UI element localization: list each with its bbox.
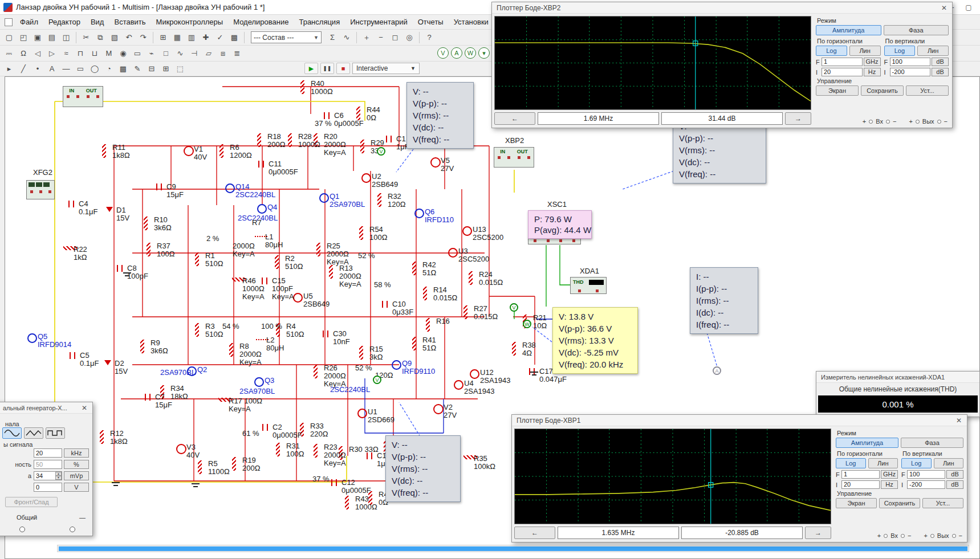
place-transistor-button[interactable]: ▷	[45, 47, 59, 60]
place-analog-button[interactable]: ≈	[59, 47, 73, 60]
horizontal-i-unit[interactable]: Hz	[881, 480, 898, 489]
function-generator-xfg2-icon[interactable]	[26, 180, 55, 199]
component-label[interactable]: R4 510Ω	[286, 323, 304, 338]
comment-button[interactable]: ✎	[131, 63, 144, 75]
horizontal-i-input[interactable]: 20	[841, 480, 880, 489]
place-ttl-button[interactable]: ⊓	[74, 47, 87, 60]
component-label[interactable]: XSC1	[547, 201, 567, 209]
erc-check-button[interactable]: ✓	[213, 31, 227, 44]
menu-Установки[interactable]: Установки	[449, 15, 494, 28]
probe-menu-button[interactable]: ▾	[478, 47, 490, 59]
component-label[interactable]: R31 100Ω	[286, 442, 304, 458]
pause-button[interactable]: ❚❚	[320, 63, 334, 74]
distortion-analyzer-xda1-icon[interactable]: THD	[570, 277, 607, 294]
place-source-button[interactable]: ⎓	[2, 47, 16, 60]
component-label[interactable]: R46 1000Ω Key=A	[242, 277, 265, 301]
zoom-out-button[interactable]: −	[374, 31, 388, 44]
component-label[interactable]: U2 2SB649	[372, 173, 398, 189]
sine-wave-button[interactable]	[2, 427, 22, 439]
settings-button[interactable]: Уст...	[922, 498, 963, 508]
close-icon[interactable]: ✕	[937, 3, 951, 13]
save-button[interactable]: Сохранить	[879, 498, 920, 508]
component-label[interactable]: R24 0.015Ω	[479, 271, 503, 287]
plus-terminal[interactable]	[19, 527, 25, 532]
component-label[interactable]: U3 2SC5200	[458, 247, 489, 263]
paste-button[interactable]: ▧	[108, 31, 121, 44]
component-label[interactable]: R14 0.015Ω	[433, 286, 457, 302]
probe-power-button[interactable]: W	[465, 47, 476, 59]
place-hierarchical-button[interactable]: ⧈	[216, 47, 230, 60]
place-cmos-button[interactable]: ⊔	[88, 47, 101, 60]
window-titlebar[interactable]: Измеритель нелинейных искажений-XDA1	[816, 372, 979, 383]
phase-button[interactable]: Фаза	[901, 438, 963, 448]
picture-button[interactable]: ▩	[116, 63, 130, 75]
component-label[interactable]: R12 1k8Ω	[110, 430, 128, 446]
component-label[interactable]: R10 3k6Ω	[154, 216, 172, 232]
component-label[interactable]: 2SA970BL	[239, 387, 275, 395]
component-label[interactable]: Q3	[265, 377, 274, 385]
power-probe-popup[interactable]: P: 79.6 WP(avg): 44.4 W	[528, 210, 592, 239]
component-label[interactable]: C7 15μF	[155, 393, 172, 409]
zoom-full-button[interactable]: ◎	[402, 31, 416, 44]
place-basic-button[interactable]: Ω	[17, 47, 30, 60]
component-label[interactable]: R25 2000Ω Key=A	[327, 242, 349, 266]
cursor-right-button[interactable]: →	[785, 112, 811, 125]
component-label[interactable]: R5 1100Ω	[208, 460, 230, 476]
measurement-probe-icon[interactable]: V	[510, 303, 518, 312]
log-vertical-button[interactable]: Log	[884, 46, 916, 56]
component-label[interactable]: R32 120Ω	[388, 193, 405, 209]
horizontal-f-input[interactable]: 1	[841, 470, 880, 479]
component-label[interactable]: C10 0μ33F	[392, 300, 413, 316]
place-misc-button[interactable]: □	[159, 47, 173, 60]
graphic-line-button[interactable]: —	[59, 63, 73, 75]
vertical-f-unit[interactable]: dB	[932, 58, 949, 66]
breadboard-button[interactable]: ▩	[227, 31, 241, 44]
current-probe-popup[interactable]: I: --I(p-p): --I(rms): --I(dc): --I(freq…	[690, 267, 758, 334]
component-label[interactable]: R15 3kΩ	[369, 345, 383, 361]
analyses-button[interactable]: Σ	[326, 31, 339, 44]
component-label[interactable]: R40 1000Ω	[311, 80, 333, 96]
menu-Инструментарий[interactable]: Инструментарий	[345, 15, 413, 28]
component-label[interactable]: R28 1000Ω	[298, 133, 320, 149]
menu-Моделирование[interactable]: Моделирование	[228, 15, 294, 28]
menu-Отчеты[interactable]: Отчеты	[413, 15, 449, 28]
zoom-area-button[interactable]: ◻	[388, 31, 402, 44]
component-label[interactable]: Q9 IRFD9110	[402, 360, 435, 376]
component-label[interactable]: Q14 2SC2240BL	[235, 183, 275, 199]
component-label[interactable]: 37 %	[315, 120, 332, 128]
component-label[interactable]: R6 1200Ω	[230, 144, 252, 160]
probe-voltage-button[interactable]: V	[437, 47, 449, 59]
frequency-unit[interactable]: kHz	[64, 448, 89, 458]
place-rf-button[interactable]: ∿	[173, 47, 187, 60]
horizontal-f-unit[interactable]: GHz	[864, 58, 881, 66]
spreadsheet-button[interactable]: ▦	[170, 31, 184, 44]
cursor-left-button[interactable]: ←	[494, 112, 535, 125]
component-label[interactable]: U1 2SD669	[368, 408, 395, 424]
component-label[interactable]: V5 27V	[441, 157, 454, 173]
component-label[interactable]: R22 1kΩ	[74, 246, 87, 262]
component-label[interactable]: 52 %	[358, 252, 375, 260]
component-label[interactable]: R23 2000Ω Key=A	[324, 443, 346, 467]
component-label[interactable]: 100 %	[261, 323, 282, 330]
misc-expand-button[interactable]: ⊞	[159, 63, 173, 75]
window-titlebar[interactable]: Плоттер Боде-XBP2 ✕	[492, 2, 952, 14]
component-label[interactable]: R44 0Ω	[367, 106, 380, 122]
component-label[interactable]: R27 0.015Ω	[474, 305, 498, 321]
menu-Файл[interactable]: Файл	[15, 15, 43, 28]
redo-button[interactable]: ↷	[136, 31, 150, 44]
component-label[interactable]: C30 10nF	[333, 330, 350, 346]
wire-button[interactable]: ╱	[17, 63, 30, 75]
vertical-f-input[interactable]: 100	[890, 58, 931, 66]
component-label[interactable]: C11 0μ0005F	[269, 160, 298, 176]
horizontal-f-unit[interactable]: GHz	[881, 470, 898, 479]
screen-button[interactable]: Экран	[816, 85, 859, 96]
component-label[interactable]: R20 2000Ω Key=A	[324, 133, 346, 157]
component-label[interactable]: 2 %	[206, 235, 219, 243]
new-button[interactable]: ▢	[2, 31, 16, 44]
component-label[interactable]: R33 220Ω	[310, 422, 328, 438]
component-label[interactable]: R1 510Ω	[205, 252, 223, 268]
print-preview-button[interactable]: ◫	[59, 31, 73, 44]
component-label[interactable]: R42 51Ω	[422, 261, 436, 277]
component-label[interactable]: C6 0μ0005F	[334, 112, 364, 128]
zoom-in-button[interactable]: ＋	[360, 31, 373, 44]
